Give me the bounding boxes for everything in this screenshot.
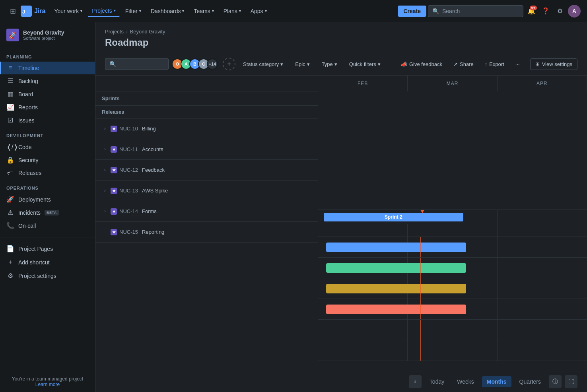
create-button[interactable]: Create [398, 6, 426, 17]
topnav: ⊞ J Jira Your work ▾ Projects ▾ Filter ▾… [0, 0, 587, 22]
releases-icon: 🏷 [6, 169, 14, 177]
roadmap-grid: Sprints Releases ›★NUC-10Billing›★NUC-11… [95, 76, 587, 371]
month-headers: FEB MAR APR [318, 76, 587, 210]
sidebar-item-deployments[interactable]: 🚀 Deployments [0, 193, 95, 206]
add-person-button[interactable]: + [223, 58, 235, 70]
avatar-count[interactable]: +14 [207, 58, 218, 70]
notifications-button[interactable]: 🔔 9+ [525, 5, 538, 17]
pages-icon: 📄 [6, 245, 14, 252]
issue-title: AWS Spike [142, 188, 168, 194]
table-row[interactable]: ›★NUC-11Accounts [95, 139, 318, 160]
view-settings-button[interactable]: ⊞ View settings [530, 58, 577, 70]
table-row[interactable]: ›★NUC-13AWS Spike [95, 180, 318, 201]
sidebar-item-timeline[interactable]: ≡ Timeline [0, 62, 95, 74]
sidebar-item-reports[interactable]: 📈 Reports [0, 101, 95, 114]
incidents-icon: ⚠ [6, 209, 14, 216]
quarters-button[interactable]: Quarters [515, 376, 546, 387]
toolbar-search[interactable]: 🔍 [105, 58, 169, 70]
gantt-col-1 [318, 340, 408, 361]
expand-icon[interactable]: › [102, 146, 108, 153]
fullscreen-button[interactable]: ⛶ [565, 375, 577, 388]
security-icon: 🔒 [6, 156, 14, 164]
gantt-bar[interactable] [326, 243, 466, 252]
sidebar-item-project-pages[interactable]: 📄 Project Pages [0, 242, 95, 255]
settings-button[interactable]: ⚙ [554, 5, 566, 17]
issue-key: NUC-15 [119, 229, 138, 235]
table-row[interactable]: ›★NUC-10Billing [95, 118, 318, 139]
issue-title: Forms [142, 208, 157, 214]
status-category-filter[interactable]: Status category ▾ [239, 59, 288, 70]
expand-icon[interactable]: › [102, 188, 108, 194]
sidebar-item-incidents[interactable]: ⚠ Incidents BETA [0, 206, 95, 219]
page-title: Roadmap [105, 37, 577, 48]
user-avatar[interactable]: A [568, 5, 581, 17]
issue-title: Billing [142, 126, 156, 132]
give-feedback-button[interactable]: 📣 Give feedback [397, 59, 446, 70]
sidebar-item-code[interactable]: ❬/❭ Code [0, 140, 95, 153]
quick-filters[interactable]: Quick filters ▾ [345, 59, 385, 70]
nav-your-work[interactable]: Your work ▾ [50, 6, 86, 17]
sidebar-divider [0, 237, 95, 237]
sidebar-item-project-settings[interactable]: ⚙ Project settings [0, 269, 95, 282]
today-line [420, 278, 421, 299]
more-options-button[interactable]: ··· [511, 59, 524, 70]
nav-dashboards[interactable]: Dashboards ▾ [147, 6, 189, 17]
deployments-icon: 🚀 [6, 196, 14, 203]
expand-icon[interactable]: › [102, 167, 108, 173]
gantt-bar[interactable] [326, 263, 466, 273]
breadcrumb-projects[interactable]: Projects [105, 29, 124, 35]
table-row[interactable]: ★NUC-15Reporting [95, 222, 318, 243]
scroll-left-button[interactable]: ‹ [409, 375, 422, 388]
issue-type-icon: ★ [111, 229, 117, 235]
sidebar-item-label: On-call [18, 223, 36, 229]
search-bar[interactable]: 🔍 Search [428, 5, 523, 17]
gantt-row [318, 320, 587, 340]
oncall-icon: 📞 [6, 222, 14, 229]
nav-projects[interactable]: Projects ▾ [88, 5, 120, 17]
export-button[interactable]: ↑ Export [481, 59, 508, 70]
sidebar-item-label: Releases [18, 170, 41, 176]
months-button[interactable]: Months [482, 376, 511, 387]
sidebar-footer-link[interactable]: Learn more [35, 382, 60, 387]
apps-grid-icon[interactable]: ⊞ [6, 5, 19, 17]
expand-icon[interactable]: › [102, 126, 108, 132]
expand-icon[interactable]: › [102, 208, 108, 215]
share-icon: ↗ [453, 61, 458, 67]
nav-plans[interactable]: Plans ▾ [220, 6, 245, 17]
sidebar-item-security[interactable]: 🔒 Security [0, 153, 95, 167]
sidebar-item-releases[interactable]: 🏷 Releases [0, 167, 95, 179]
help-button[interactable]: ❓ [539, 5, 552, 17]
share-button[interactable]: ↗ Share [449, 59, 478, 70]
gantt-bar[interactable] [326, 284, 466, 293]
toolbar: 🔍 O A B C +14 + Status category ▾ Epic ▾… [95, 53, 587, 76]
gantt-row [318, 258, 587, 278]
sidebar-item-backlog[interactable]: ☰ Backlog [0, 74, 95, 87]
toolbar-search-icon: 🔍 [109, 61, 116, 67]
nav-apps[interactable]: Apps ▾ [247, 6, 271, 17]
sidebar-item-issues[interactable]: ☑ Issues [0, 114, 95, 127]
issue-type-icon: ★ [111, 146, 117, 153]
nav-filter[interactable]: Filter ▾ [121, 6, 145, 17]
issue-key: NUC-11 [119, 146, 138, 152]
code-icon: ❬/❭ [6, 143, 14, 151]
nav-teams[interactable]: Teams ▾ [190, 6, 218, 17]
bottom-bar: ‹ Today Weeks Months Quarters ⓘ ⛶ [95, 371, 587, 392]
today-button[interactable]: Today [425, 376, 449, 387]
sidebar-item-oncall[interactable]: 📞 On-call [0, 219, 95, 232]
main-content: Projects / Beyond Gravity Roadmap 🔍 O A … [95, 22, 587, 392]
sidebar-item-add-shortcut[interactable]: ＋ Add shortcut [0, 255, 95, 269]
table-row[interactable]: ›★NUC-14Forms [95, 201, 318, 222]
gantt-bar[interactable] [326, 305, 466, 314]
breadcrumb: Projects / Beyond Gravity [105, 29, 577, 35]
weeks-button[interactable]: Weeks [452, 376, 479, 387]
search-icon: 🔍 [432, 8, 439, 14]
type-filter[interactable]: Type ▾ [317, 59, 342, 70]
breadcrumb-beyond-gravity[interactable]: Beyond Gravity [130, 29, 165, 35]
info-button[interactable]: ⓘ [549, 375, 562, 388]
table-row[interactable]: ›★NUC-12Feedback [95, 160, 318, 180]
beta-badge: BETA [45, 210, 59, 215]
sidebar-item-label: Board [18, 91, 33, 97]
sidebar-item-board[interactable]: ▦ Board [0, 87, 95, 101]
gantt-rows [318, 237, 587, 371]
epic-filter[interactable]: Epic ▾ [291, 59, 314, 70]
